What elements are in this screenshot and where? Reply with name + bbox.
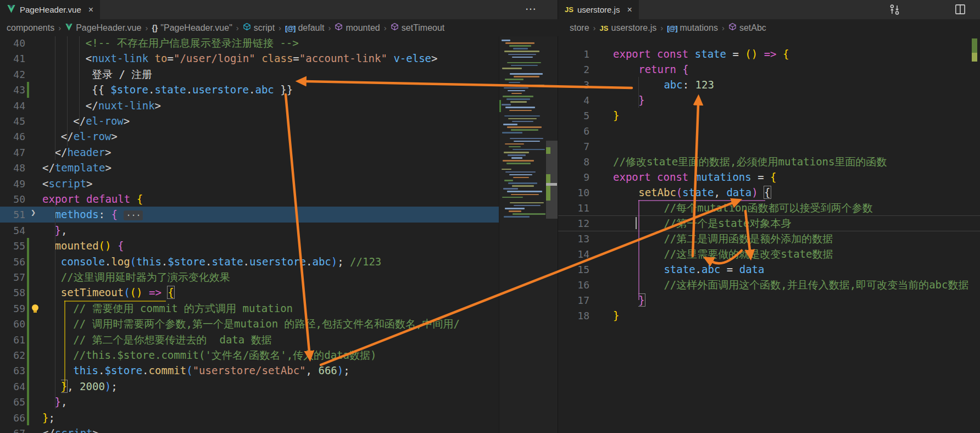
breadcrumb[interactable]: components›PageHeader.vue›{}"PageHeader.… bbox=[7, 19, 558, 36]
code-line-15[interactable]: state.abc = data bbox=[664, 262, 980, 277]
minimap-line bbox=[504, 51, 539, 52]
tab-title: userstore.js bbox=[577, 5, 620, 14]
code-line-18[interactable]: } bbox=[613, 308, 980, 324]
code-line-51[interactable]: methods: { ··· bbox=[55, 207, 499, 223]
minimap-line bbox=[508, 54, 536, 55]
code-line-9[interactable]: export const mutations = { bbox=[613, 169, 980, 185]
minimap-line bbox=[505, 208, 525, 209]
line-number: 56 bbox=[3, 254, 25, 270]
code-line-59[interactable]: // 需要使用 commit 的方式调用 mutation bbox=[73, 301, 499, 317]
lightbulb-icon[interactable] bbox=[32, 304, 38, 311]
overview-change-mark bbox=[546, 147, 550, 154]
code-line-58[interactable]: setTimeout(() => { bbox=[61, 285, 499, 301]
code-line-3[interactable]: abc: 123 bbox=[664, 77, 980, 93]
minimap-line bbox=[507, 62, 541, 64]
minimap-line bbox=[512, 57, 533, 58]
code-line-63[interactable]: this.$store.commit("userstore/setAbc", 6… bbox=[73, 363, 499, 379]
vue-icon bbox=[7, 5, 16, 15]
code-line-42[interactable]: 登录 / 注册 bbox=[92, 66, 499, 82]
code-line-7[interactable] bbox=[613, 138, 980, 154]
close-icon[interactable]: × bbox=[627, 5, 632, 15]
line-number: 64 bbox=[3, 379, 25, 395]
line-number: 54 bbox=[3, 223, 25, 238]
code-line-56[interactable]: console.log(this.$store.state.userstore.… bbox=[61, 254, 499, 270]
code-line-67[interactable]: </script> bbox=[42, 425, 499, 433]
minimap-line bbox=[508, 182, 537, 184]
code-line-40[interactable]: <!-- 不存在用户信息展示登录注册链接 --> bbox=[86, 36, 499, 51]
split-editor-icon[interactable] bbox=[955, 4, 966, 15]
code-line-2[interactable]: return { bbox=[638, 62, 980, 77]
code-line-16[interactable]: //这样外面调用这个函数,并且传入数据,即可改变当前的abc数据 bbox=[664, 277, 980, 293]
code-line-17[interactable]: } bbox=[638, 292, 980, 308]
breadcrumb-left-item[interactable]: PageHeader.vue bbox=[65, 23, 141, 33]
code-line-55[interactable]: mounted() { bbox=[55, 238, 499, 254]
more-actions-icon[interactable]: ⋯ bbox=[525, 2, 537, 15]
breadcrumb-right-item[interactable]: [@]mutations bbox=[667, 23, 718, 33]
minimap-line bbox=[504, 115, 540, 117]
code-line-11[interactable]: //每个mutation函数都可以接受到两个参数 bbox=[664, 200, 980, 216]
minimap-line bbox=[502, 40, 510, 41]
breadcrumb-left-item[interactable]: components bbox=[7, 23, 54, 33]
minimap-line bbox=[505, 107, 535, 108]
code-line-50[interactable]: export default { bbox=[42, 191, 499, 207]
code-line-60[interactable]: // 调用时需要两个参数,第一个是mutaion 的路径,包括文件名和函数名,中… bbox=[73, 316, 499, 332]
breadcrumb-right-item[interactable]: store bbox=[570, 23, 589, 33]
code-line-45[interactable]: </el-row> bbox=[73, 113, 499, 129]
minimap[interactable] bbox=[499, 36, 558, 433]
breadcrumb[interactable]: store›JSuserstore.js›[@]mutations›setAbc bbox=[570, 19, 980, 36]
code-line-47[interactable]: </header> bbox=[55, 145, 499, 160]
code-line-43[interactable]: {{ $store.state.userstore.abc }} bbox=[92, 82, 499, 98]
code-line-4[interactable]: } bbox=[638, 92, 980, 108]
code-line-14[interactable]: //这里需要做的就是改变state数据 bbox=[664, 246, 980, 262]
breadcrumb-left-item[interactable]: {}"PageHeader.vue" bbox=[152, 23, 232, 33]
code-line-13[interactable]: //第二是调用函数是额外添加的数据 bbox=[664, 231, 980, 247]
code-line-46[interactable]: </el-row> bbox=[61, 129, 499, 145]
breadcrumb-right-item[interactable]: setAbc bbox=[728, 23, 766, 33]
breadcrumb-left-item[interactable]: [@]default bbox=[285, 23, 324, 33]
bracket-guide-magenta bbox=[638, 200, 765, 201]
code-line-54[interactable]: }, bbox=[55, 223, 499, 238]
bracket-guide-yellow bbox=[64, 301, 65, 386]
editor-pageheader-vue[interactable]: 40<!-- 不存在用户信息展示登录注册链接 -->41<nuxt-link t… bbox=[0, 36, 558, 433]
code-line-48[interactable]: </template> bbox=[42, 160, 499, 176]
code-line-1[interactable]: export const state = () => { bbox=[613, 46, 980, 62]
breadcrumb-left-item[interactable]: script bbox=[243, 23, 275, 33]
compare-changes-icon[interactable] bbox=[889, 4, 900, 15]
line-number: 66 bbox=[3, 410, 25, 426]
code-line-10[interactable]: setAbc(state, data) { bbox=[638, 185, 980, 201]
gutter-modified-bar bbox=[27, 82, 29, 98]
fold-chevron-icon[interactable]: ❯ bbox=[31, 208, 36, 218]
breadcrumb-right-item[interactable]: JSuserstore.js bbox=[600, 23, 657, 33]
line-number: 62 bbox=[3, 347, 25, 363]
code-line-66[interactable]: }; bbox=[42, 410, 499, 426]
code-line-49[interactable]: <script> bbox=[42, 176, 499, 192]
line-number: 49 bbox=[3, 176, 25, 192]
code-line-12[interactable]: //第一个是state对象本身 bbox=[664, 215, 980, 231]
js-icon: JS bbox=[600, 23, 609, 33]
code-line-57[interactable]: //这里调用延时器为了演示变化效果 bbox=[61, 269, 499, 285]
code-line-8[interactable]: //修改state里面的数据,必须使用mutations里面的函数 bbox=[613, 154, 980, 170]
left-tab-bar: PageHeader.vue × bbox=[0, 0, 558, 19]
line-number: 63 bbox=[3, 363, 25, 379]
minimap-line bbox=[507, 191, 542, 192]
breadcrumb-left-item[interactable]: setTimeout bbox=[391, 23, 445, 33]
gutter-modified-bar bbox=[27, 285, 29, 301]
code-line-44[interactable]: </nuxt-link> bbox=[86, 98, 499, 114]
code-line-5[interactable]: } bbox=[613, 108, 980, 124]
tab-pageheader-vue[interactable]: PageHeader.vue × bbox=[0, 0, 100, 19]
line-number: 46 bbox=[3, 129, 25, 145]
code-line-62[interactable]: //this.$store.commit('文件名/函数名',传入的data数据… bbox=[73, 347, 499, 363]
code-line-6[interactable] bbox=[613, 123, 980, 139]
line-number: 43 bbox=[3, 82, 25, 98]
breadcrumb-left-item[interactable]: mounted bbox=[335, 23, 380, 33]
tab-userstore-js[interactable]: JS userstore.js × bbox=[558, 0, 639, 19]
minimap-line bbox=[503, 160, 534, 162]
close-icon[interactable]: × bbox=[88, 5, 93, 15]
line-number: 16 bbox=[573, 277, 589, 293]
code-line-65[interactable]: }, bbox=[55, 394, 499, 410]
editor-userstore-js[interactable]: 1export const state = () => {2return {3a… bbox=[558, 36, 980, 433]
code-line-61[interactable]: // 第二个是你想要传进去的 data 数据 bbox=[73, 332, 499, 348]
bracket-at-icon: [@] bbox=[285, 23, 295, 33]
code-line-41[interactable]: <nuxt-link to="/user/login" class="accou… bbox=[86, 51, 499, 66]
code-line-64[interactable]: }, 2000); bbox=[61, 379, 499, 395]
